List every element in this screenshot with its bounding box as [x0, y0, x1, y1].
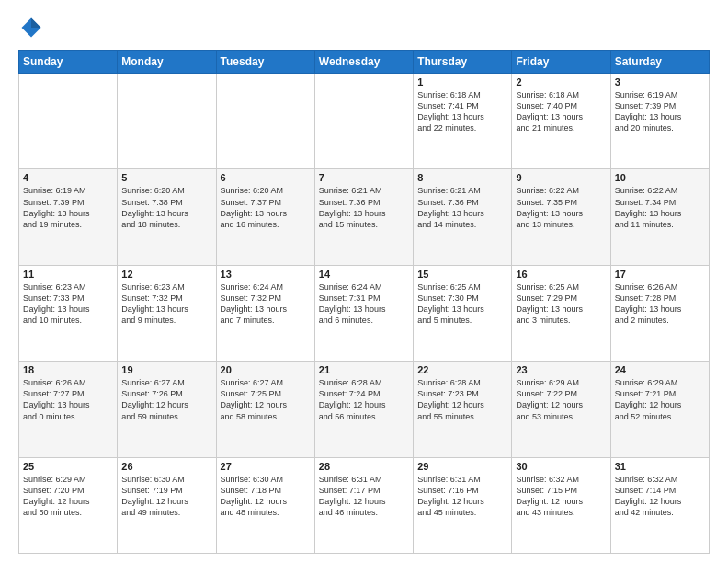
weekday-header-wednesday: Wednesday: [314, 51, 413, 74]
day-number: 21: [319, 364, 409, 375]
calendar-cell: 13Sunrise: 6:24 AM Sunset: 7:32 PM Dayli…: [216, 265, 314, 361]
day-number: 12: [121, 269, 211, 280]
calendar-cell: 10Sunrise: 6:22 AM Sunset: 7:34 PM Dayli…: [610, 169, 709, 265]
calendar-cell: 16Sunrise: 6:25 AM Sunset: 7:29 PM Dayli…: [512, 265, 610, 361]
day-info: Sunrise: 6:21 AM Sunset: 7:36 PM Dayligh…: [417, 185, 507, 230]
day-number: 5: [121, 172, 211, 183]
day-info: Sunrise: 6:26 AM Sunset: 7:28 PM Dayligh…: [615, 282, 705, 327]
calendar-cell: 3Sunrise: 6:19 AM Sunset: 7:39 PM Daylig…: [610, 74, 709, 169]
logo-icon: [18, 15, 44, 40]
calendar-week-1: 1Sunrise: 6:18 AM Sunset: 7:41 PM Daylig…: [19, 74, 710, 169]
day-number: 3: [615, 76, 705, 87]
day-number: 7: [319, 172, 409, 183]
day-info: Sunrise: 6:24 AM Sunset: 7:32 PM Dayligh…: [221, 282, 311, 327]
day-info: Sunrise: 6:27 AM Sunset: 7:26 PM Dayligh…: [121, 377, 211, 422]
calendar-cell: 31Sunrise: 6:32 AM Sunset: 7:14 PM Dayli…: [610, 457, 709, 553]
day-number: 28: [319, 461, 409, 472]
day-number: 1: [417, 76, 507, 87]
day-info: Sunrise: 6:32 AM Sunset: 7:14 PM Dayligh…: [615, 474, 705, 519]
calendar-cell: 12Sunrise: 6:23 AM Sunset: 7:32 PM Dayli…: [118, 265, 216, 361]
day-number: 6: [221, 172, 311, 183]
calendar-cell: 26Sunrise: 6:30 AM Sunset: 7:19 PM Dayli…: [118, 457, 216, 553]
logo: [18, 15, 48, 40]
weekday-header-row: SundayMondayTuesdayWednesdayThursdayFrid…: [19, 51, 710, 74]
day-info: Sunrise: 6:28 AM Sunset: 7:24 PM Dayligh…: [319, 377, 409, 422]
calendar-cell: 25Sunrise: 6:29 AM Sunset: 7:20 PM Dayli…: [19, 457, 118, 553]
day-number: 25: [23, 461, 113, 472]
day-info: Sunrise: 6:20 AM Sunset: 7:38 PM Dayligh…: [121, 185, 211, 230]
svg-marker-1: [31, 18, 41, 29]
calendar-week-5: 25Sunrise: 6:29 AM Sunset: 7:20 PM Dayli…: [19, 457, 710, 553]
weekday-header-monday: Monday: [118, 51, 216, 74]
calendar-cell: 29Sunrise: 6:31 AM Sunset: 7:16 PM Dayli…: [414, 457, 512, 553]
day-number: 13: [221, 269, 311, 280]
day-number: 24: [615, 364, 705, 375]
calendar-cell: [216, 74, 314, 169]
day-info: Sunrise: 6:28 AM Sunset: 7:23 PM Dayligh…: [417, 377, 507, 422]
day-info: Sunrise: 6:18 AM Sunset: 7:41 PM Dayligh…: [417, 89, 507, 134]
calendar-cell: 24Sunrise: 6:29 AM Sunset: 7:21 PM Dayli…: [610, 362, 709, 457]
calendar-cell: 27Sunrise: 6:30 AM Sunset: 7:18 PM Dayli…: [216, 457, 314, 553]
calendar-week-2: 4Sunrise: 6:19 AM Sunset: 7:39 PM Daylig…: [19, 169, 710, 265]
day-number: 2: [516, 76, 606, 87]
calendar-cell: 8Sunrise: 6:21 AM Sunset: 7:36 PM Daylig…: [414, 169, 512, 265]
weekday-header-friday: Friday: [512, 51, 610, 74]
day-number: 26: [121, 461, 211, 472]
day-number: 16: [516, 269, 606, 280]
calendar-cell: 21Sunrise: 6:28 AM Sunset: 7:24 PM Dayli…: [314, 362, 413, 457]
calendar-cell: 19Sunrise: 6:27 AM Sunset: 7:26 PM Dayli…: [118, 362, 216, 457]
calendar-cell: 7Sunrise: 6:21 AM Sunset: 7:36 PM Daylig…: [314, 169, 413, 265]
day-number: 15: [417, 269, 507, 280]
day-info: Sunrise: 6:19 AM Sunset: 7:39 PM Dayligh…: [23, 185, 113, 230]
day-info: Sunrise: 6:18 AM Sunset: 7:40 PM Dayligh…: [516, 89, 606, 134]
day-info: Sunrise: 6:29 AM Sunset: 7:21 PM Dayligh…: [615, 377, 705, 422]
day-number: 22: [417, 364, 507, 375]
calendar-cell: 6Sunrise: 6:20 AM Sunset: 7:37 PM Daylig…: [216, 169, 314, 265]
day-number: 18: [23, 364, 113, 375]
day-number: 23: [516, 364, 606, 375]
calendar-cell: 5Sunrise: 6:20 AM Sunset: 7:38 PM Daylig…: [118, 169, 216, 265]
calendar-cell: 1Sunrise: 6:18 AM Sunset: 7:41 PM Daylig…: [414, 74, 512, 169]
day-number: 8: [417, 172, 507, 183]
calendar-table: SundayMondayTuesdayWednesdayThursdayFrid…: [18, 50, 710, 554]
day-number: 27: [221, 461, 311, 472]
day-info: Sunrise: 6:25 AM Sunset: 7:30 PM Dayligh…: [417, 282, 507, 327]
day-number: 17: [615, 269, 705, 280]
day-info: Sunrise: 6:30 AM Sunset: 7:19 PM Dayligh…: [121, 474, 211, 519]
calendar-cell: 28Sunrise: 6:31 AM Sunset: 7:17 PM Dayli…: [314, 457, 413, 553]
day-info: Sunrise: 6:22 AM Sunset: 7:35 PM Dayligh…: [516, 185, 606, 230]
day-number: 9: [516, 172, 606, 183]
day-info: Sunrise: 6:23 AM Sunset: 7:33 PM Dayligh…: [23, 282, 113, 327]
header: [18, 15, 710, 40]
calendar-cell: 11Sunrise: 6:23 AM Sunset: 7:33 PM Dayli…: [19, 265, 118, 361]
day-info: Sunrise: 6:24 AM Sunset: 7:31 PM Dayligh…: [319, 282, 409, 327]
calendar-cell: 17Sunrise: 6:26 AM Sunset: 7:28 PM Dayli…: [610, 265, 709, 361]
calendar-cell: 2Sunrise: 6:18 AM Sunset: 7:40 PM Daylig…: [512, 74, 610, 169]
calendar-cell: 20Sunrise: 6:27 AM Sunset: 7:25 PM Dayli…: [216, 362, 314, 457]
calendar-cell: [118, 74, 216, 169]
day-info: Sunrise: 6:22 AM Sunset: 7:34 PM Dayligh…: [615, 185, 705, 230]
day-info: Sunrise: 6:26 AM Sunset: 7:27 PM Dayligh…: [23, 377, 113, 422]
weekday-header-thursday: Thursday: [414, 51, 512, 74]
day-number: 31: [615, 461, 705, 472]
day-info: Sunrise: 6:25 AM Sunset: 7:29 PM Dayligh…: [516, 282, 606, 327]
day-info: Sunrise: 6:27 AM Sunset: 7:25 PM Dayligh…: [221, 377, 311, 422]
calendar-cell: [314, 74, 413, 169]
calendar-cell: 18Sunrise: 6:26 AM Sunset: 7:27 PM Dayli…: [19, 362, 118, 457]
day-info: Sunrise: 6:31 AM Sunset: 7:16 PM Dayligh…: [417, 474, 507, 519]
day-info: Sunrise: 6:30 AM Sunset: 7:18 PM Dayligh…: [221, 474, 311, 519]
calendar-cell: 30Sunrise: 6:32 AM Sunset: 7:15 PM Dayli…: [512, 457, 610, 553]
calendar-cell: 14Sunrise: 6:24 AM Sunset: 7:31 PM Dayli…: [314, 265, 413, 361]
day-number: 14: [319, 269, 409, 280]
day-number: 10: [615, 172, 705, 183]
day-info: Sunrise: 6:29 AM Sunset: 7:22 PM Dayligh…: [516, 377, 606, 422]
calendar-cell: [19, 74, 118, 169]
day-number: 11: [23, 269, 113, 280]
day-info: Sunrise: 6:21 AM Sunset: 7:36 PM Dayligh…: [319, 185, 409, 230]
calendar-week-3: 11Sunrise: 6:23 AM Sunset: 7:33 PM Dayli…: [19, 265, 710, 361]
day-info: Sunrise: 6:32 AM Sunset: 7:15 PM Dayligh…: [516, 474, 606, 519]
weekday-header-sunday: Sunday: [19, 51, 118, 74]
calendar-cell: 23Sunrise: 6:29 AM Sunset: 7:22 PM Dayli…: [512, 362, 610, 457]
day-number: 20: [221, 364, 311, 375]
calendar-cell: 15Sunrise: 6:25 AM Sunset: 7:30 PM Dayli…: [414, 265, 512, 361]
